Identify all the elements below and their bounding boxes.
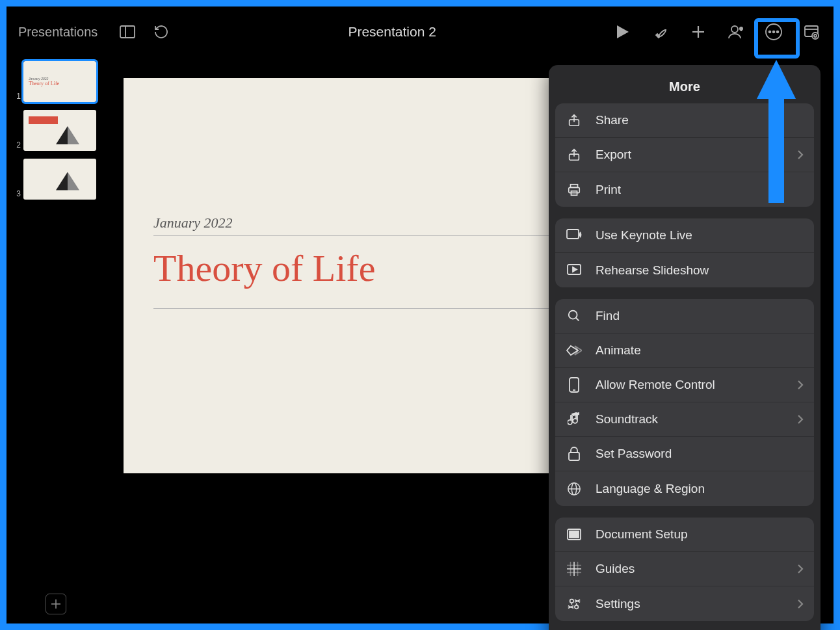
menu-item-label: Export [596,148,784,162]
settings-icon [566,596,583,612]
menu-item-export[interactable]: Export [555,138,814,172]
menu-item-label: Soundtrack [596,412,784,427]
menu-item-label: Rehearse Slideshow [596,263,804,278]
format-brush-icon[interactable] [651,23,670,41]
presentations-back-button[interactable]: Presentations [13,25,103,40]
svg-text:+: + [741,27,742,31]
more-icon[interactable] [765,23,783,41]
svg-marker-25 [573,267,577,272]
svg-rect-23 [567,230,579,239]
slide-thumbnail-1[interactable]: January 2022 Theory of Life [23,61,96,102]
play-icon[interactable] [614,23,632,41]
share-icon [566,112,583,129]
export-icon [566,146,583,163]
toolbar: Presentations Presentation 2 + [7,12,833,52]
print-icon [566,181,583,198]
docsetup-icon [566,526,583,543]
menu-item-animate[interactable]: Animate [555,334,814,368]
menu-item-label: Document Setup [596,527,804,542]
more-menu-popover: More ShareExportPrintUse Keynote LiveReh… [549,65,820,630]
menu-item-guides[interactable]: Guides [555,552,814,586]
undo-icon[interactable] [152,23,170,41]
svg-point-10 [773,31,775,33]
svg-marker-29 [575,346,582,355]
menu-item-label: Find [596,309,804,323]
view-options-icon[interactable] [802,23,820,41]
menu-item-allow-remote-control[interactable]: Allow Remote Control [555,368,814,402]
status-bar [7,7,833,12]
menu-item-label: Language & Region [596,482,804,496]
menu-item-label: Settings [596,597,784,611]
more-menu-title: More [555,74,814,103]
add-slide-button[interactable] [46,594,66,614]
menu-item-label: Use Keynote Live [596,228,804,243]
menu-item-label: Allow Remote Control [596,378,784,392]
animate-icon [566,342,583,359]
collaborate-icon[interactable]: + [727,23,745,41]
slide-thumbnail-3[interactable] [23,159,96,200]
thumb-number: 3 [16,189,21,200]
svg-marker-2 [617,25,629,38]
svg-rect-21 [569,187,580,192]
chevron-right-icon [797,414,804,425]
menu-item-use-keynote-live[interactable]: Use Keynote Live [555,218,814,253]
chevron-right-icon [797,564,804,574]
remote-icon [566,376,583,393]
menu-item-label: Share [596,113,804,127]
svg-point-44 [570,599,574,603]
thumb-number: 1 [16,92,21,102]
menu-item-share[interactable]: Share [555,103,814,138]
svg-point-9 [769,31,771,33]
document-title[interactable]: Presentation 2 [170,24,614,40]
menu-item-document-setup[interactable]: Document Setup [555,518,814,552]
menu-item-settings[interactable]: Settings [555,586,814,621]
slide-thumbnail-panel: 1 January 2022 Theory of Life 2 3 [7,52,111,623]
svg-line-27 [576,318,579,321]
menu-item-find[interactable]: Find [555,299,814,334]
svg-point-14 [812,33,819,39]
language-icon [566,480,583,497]
live-icon [566,227,583,244]
svg-point-26 [569,311,577,319]
chevron-right-icon [797,380,804,390]
menu-item-label: Animate [596,343,804,358]
menu-item-set-password[interactable]: Set Password [555,437,814,471]
svg-point-11 [777,31,779,33]
menu-item-soundtrack[interactable]: Soundtrack [555,402,814,437]
menu-item-language-region[interactable]: Language & Region [555,471,814,506]
thumb-number: 2 [16,140,21,151]
svg-rect-0 [120,26,135,38]
rehearse-icon [566,262,583,279]
menu-item-label: Guides [596,562,784,576]
svg-rect-37 [570,531,579,538]
svg-point-5 [731,26,738,33]
password-icon [566,445,583,462]
menu-item-label: Print [596,183,804,197]
svg-point-45 [575,605,579,609]
find-icon [566,308,583,324]
chevron-right-icon [797,150,804,160]
thumb-title: Theory of Life [29,81,91,86]
menu-item-rehearse-slideshow[interactable]: Rehearse Slideshow [555,253,814,287]
add-icon[interactable] [689,23,707,41]
chevron-right-icon [797,599,804,609]
sidebar-toggle-icon[interactable] [118,23,137,41]
svg-rect-32 [569,453,579,460]
soundtrack-icon [566,411,583,428]
guides-icon [566,560,583,577]
slide-thumbnail-2[interactable] [23,110,96,151]
menu-item-print[interactable]: Print [555,172,814,207]
menu-item-label: Set Password [596,447,804,461]
